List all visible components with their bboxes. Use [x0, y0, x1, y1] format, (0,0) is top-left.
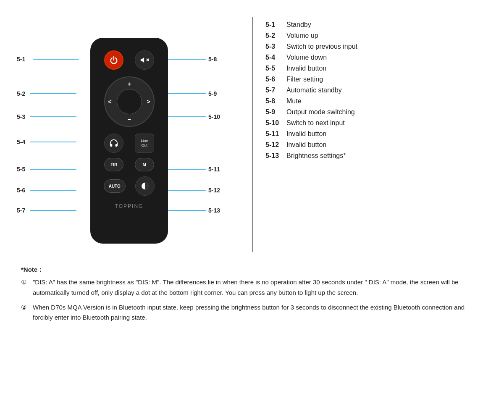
legend-desc: Invalid button [286, 141, 326, 149]
nav-right-label: > [147, 98, 150, 105]
fir-button[interactable]: FIR [104, 158, 123, 171]
remote-row-4: FIR M [99, 158, 160, 171]
callout-5-8-right: 5-8 [168, 56, 217, 63]
legend-item-5-10: 5-10Switch to next input [265, 119, 487, 127]
brand-label: TOPPING [115, 203, 144, 209]
remote-row-5: AUTO [99, 176, 160, 196]
legend-num: 5-5 [265, 65, 286, 72]
legend-item-5-11: 5-11Invalid button [265, 130, 487, 138]
callout-5-10-right: 5-10 [168, 113, 220, 120]
note-item: ②When D70s MQA Version is in Bluetooth i… [21, 302, 483, 323]
callout-label-5-1: 5-1 [17, 56, 30, 63]
vol-plus-label: + [127, 81, 131, 87]
legend-desc: Invalid button [286, 65, 326, 72]
legend-desc: Volume down [286, 54, 327, 61]
callout-5-13-right: 5-13 [168, 207, 220, 214]
legend-item-5-8: 5-8Mute [265, 97, 487, 105]
vol-minus-label: − [127, 116, 131, 123]
legend-item-5-7: 5-7Automatic standby [265, 87, 487, 94]
legend-item-5-6: 5-6Filter setting [265, 76, 487, 83]
remote-row-3: LineOut [99, 134, 160, 153]
legend-item-5-5: 5-5Invalid button [265, 65, 487, 72]
m-button[interactable]: M [135, 158, 154, 171]
legend-item-5-1: 5-1Standby [265, 21, 487, 29]
legend-item-5-9: 5-9Output mode switching [265, 108, 487, 116]
callout-5-1-left: 5-1 [17, 56, 79, 63]
auto-button[interactable]: AUTO [104, 179, 126, 193]
legend-desc: Switch to previous input [286, 43, 357, 50]
legend-item-5-13: 5-13Brightness settings* [265, 152, 487, 160]
legend-num: 5-10 [265, 119, 286, 127]
lineout-button[interactable]: LineOut [135, 134, 154, 153]
note-number: ② [21, 302, 33, 312]
legend-num: 5-6 [265, 76, 286, 83]
notes-section: *Note： ①"DIS: A" has the same brightness… [17, 265, 487, 327]
legend-item-5-3: 5-3Switch to previous input [265, 43, 487, 50]
legend-num: 5-2 [265, 32, 286, 39]
legend-num: 5-7 [265, 87, 286, 94]
legend-desc: Mute [286, 97, 302, 105]
callout-5-9-right: 5-9 [168, 90, 217, 97]
volume-dial[interactable]: + − < > [104, 76, 155, 127]
legend-desc: Brightness settings* [286, 152, 346, 160]
power-button[interactable] [104, 50, 123, 70]
callout-5-11-right: 5-11 [168, 166, 220, 173]
legend-num: 5-8 [265, 97, 286, 105]
note-text: When D70s MQA Version is in Bluetooth in… [33, 302, 483, 323]
legend-desc: Filter setting [286, 76, 323, 83]
legend-list: 5-1Standby5-2Volume up5-3Switch to previ… [265, 21, 487, 160]
notes-title: *Note： [21, 265, 483, 275]
nav-left-label: < [108, 98, 112, 105]
legend-num: 5-1 [265, 21, 286, 29]
legend-num: 5-4 [265, 54, 286, 61]
note-text: "DIS: A" has the same brightness as "DIS… [33, 277, 483, 298]
legend-num: 5-9 [265, 108, 286, 116]
callout-5-3-left: 5-3 [17, 113, 76, 120]
callout-line-5-1 [33, 59, 79, 60]
legend-item-5-4: 5-4Volume down [265, 54, 487, 61]
main-container: + − < > [0, 0, 504, 340]
note-item: ①"DIS: A" has the same brightness as "DI… [21, 277, 483, 298]
legend-desc: Invalid button [286, 130, 326, 138]
legend-desc: Output mode switching [286, 108, 355, 116]
top-section: + − < > [17, 13, 487, 256]
legend-num: 5-13 [265, 152, 286, 160]
callout-5-2-left: 5-2 [17, 90, 76, 97]
headphone-button[interactable] [104, 134, 123, 153]
mute-button[interactable] [135, 50, 154, 70]
legend-desc: Standby [286, 21, 311, 29]
legend-num: 5-3 [265, 43, 286, 50]
legend-desc: Automatic standby [286, 87, 342, 94]
notes-list: ①"DIS: A" has the same brightness as "DI… [21, 277, 483, 323]
remote-body: + − < > [90, 38, 168, 244]
callout-5-12-right: 5-12 [168, 187, 220, 194]
callout-5-6-left: 5-6 [17, 187, 76, 194]
legend-item-5-12: 5-12Invalid button [265, 141, 487, 149]
callout-5-7-left: 5-7 [17, 207, 76, 214]
legend-desc: Volume up [286, 32, 318, 39]
legend-item-5-2: 5-2Volume up [265, 32, 487, 39]
legend-num: 5-11 [265, 130, 286, 138]
callout-5-4-left: 5-4 [17, 139, 76, 145]
dial-inner [117, 89, 142, 114]
remote-section: + − < > [17, 13, 252, 256]
legend-section: 5-1Standby5-2Volume up5-3Switch to previ… [253, 13, 487, 163]
legend-num: 5-12 [265, 141, 286, 149]
legend-desc: Switch to next input [286, 119, 345, 127]
dial-outer: + − < > [104, 76, 155, 127]
note-number: ① [21, 277, 33, 287]
callout-5-5-left: 5-5 [17, 166, 76, 173]
brightness-button[interactable] [135, 176, 155, 196]
remote-row-1 [99, 50, 160, 70]
